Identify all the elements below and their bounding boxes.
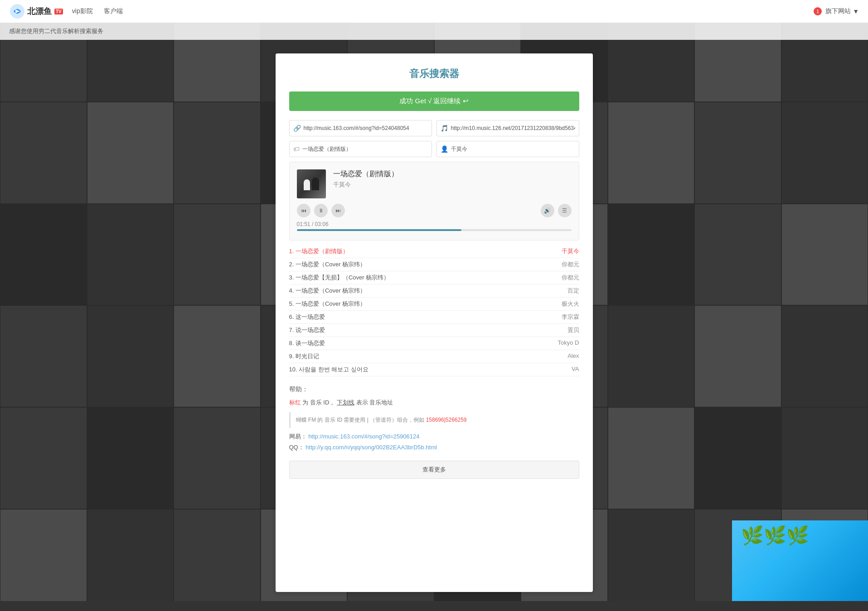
song-item-artist: Alex xyxy=(567,352,579,361)
song-item-name: 3. 一场恋爱【无损】（Cover 杨宗纬） xyxy=(289,274,390,282)
controls-right: 🔊 ☰ xyxy=(541,204,572,217)
help-section: 帮助： 标红 为 音乐 ID， 下划线 表示 音乐地址 蝴蝶 FM 的 音乐 I… xyxy=(289,385,579,452)
title-input-wrapper: 🏷 xyxy=(289,141,432,157)
person-icon: 👤 xyxy=(441,145,448,153)
netease-row: 网易： http://music.163.com/#/song?id=25906… xyxy=(289,433,579,441)
song-item[interactable]: 9. 时光日记 Alex xyxy=(289,350,579,363)
qq-row: QQ： http://y.qq.com/n/yqq/song/002B2EAA3… xyxy=(289,443,579,452)
help-suffix-text: 表示 音乐地址 xyxy=(356,399,393,406)
song-item-name: 8. 谈一场恋爱 xyxy=(289,339,325,347)
artist-input[interactable] xyxy=(451,146,575,152)
help-mid-text: 为 音乐 ID， xyxy=(302,399,335,406)
song-item[interactable]: 4. 一场恋爱（Cover 杨宗纬） 百定 xyxy=(289,284,579,298)
controls-left: ⏮ ⏸ ⏭ xyxy=(297,204,345,217)
song-item-name: 6. 这一场恋爱 xyxy=(289,313,325,321)
volume-button[interactable]: 🔊 xyxy=(541,204,554,217)
help-red-text: 标红 xyxy=(289,399,301,406)
nav-client[interactable]: 客户端 xyxy=(104,7,123,15)
song-item-name: 1. 一场恋爱（剧情版） xyxy=(289,247,349,255)
notice-bar: 感谢您使用穷二代音乐解析搜索服务 xyxy=(0,23,868,40)
song-item[interactable]: 3. 一场恋爱【无损】（Cover 杨宗纬） 你都元 xyxy=(289,271,579,284)
song-item-artist: 李宗霖 xyxy=(562,313,579,321)
tag-icon: 🏷 xyxy=(293,145,300,153)
song-item-artist: 百定 xyxy=(567,287,579,295)
header: 北漂鱼 TV vip影院 客户端 1 旗下网站 ▼ xyxy=(0,0,868,23)
netease-prefix: 网易： xyxy=(289,433,307,440)
song-item-name: 7. 说一场恋爱 xyxy=(289,326,325,334)
progress-section: 01:51 / 03:06 xyxy=(297,221,572,231)
song-item-artist: 置贝 xyxy=(567,326,579,334)
input-row-2: 🏷 👤 xyxy=(289,141,579,157)
song-item-name: 9. 时光日记 xyxy=(289,352,319,361)
song-item[interactable]: 5. 一场恋爱（Cover 杨宗纬） 极火火 xyxy=(289,298,579,311)
cover-figures xyxy=(304,178,319,190)
song-item[interactable]: 1. 一场恋爱（剧情版） 千莫今 xyxy=(289,245,579,258)
player-controls: ⏮ ⏸ ⏭ 🔊 ☰ xyxy=(297,204,572,217)
album-cover xyxy=(297,169,326,198)
chevron-down-icon: ▼ xyxy=(853,8,859,15)
song-item-name: 2. 一场恋爱（Cover 杨宗纬） xyxy=(289,260,366,269)
success-bar[interactable]: 成功 Get √ 返回继续 ↩ xyxy=(289,91,579,111)
artist-input-wrapper: 👤 xyxy=(436,141,579,157)
song-details: 一场恋爱（剧情版） 千莫今 xyxy=(333,169,572,189)
figure-male xyxy=(312,178,319,190)
music-icon: 🎵 xyxy=(441,125,448,132)
help-note: 蝴蝶 FM 的 音乐 ID 需要使用 | （管道符）组合，例如 158696|5… xyxy=(289,412,579,428)
notice-text: 感谢您使用穷二代音乐解析搜索服务 xyxy=(9,28,103,34)
footer: Powered by 穷二代 v1.2.6 © 2013-2017 xyxy=(0,601,868,611)
time-display: 01:51 / 03:06 xyxy=(297,221,572,227)
help-underline-text: 下划线 xyxy=(337,399,354,406)
content-wrapper: 音乐搜索器 成功 Get √ 返回继续 ↩ 🔗 🎵 🏷 👤 xyxy=(276,53,593,592)
netease-link[interactable]: http://music.163.com/#/song?id=25906124 xyxy=(308,433,419,440)
prev-button[interactable]: ⏮ xyxy=(297,204,310,217)
qq-prefix: QQ： xyxy=(289,444,304,451)
help-title: 帮助： xyxy=(289,385,579,394)
progress-bar[interactable] xyxy=(297,229,572,231)
song-item[interactable]: 6. 这一场恋爱 李宗霖 xyxy=(289,311,579,324)
notification-badge: 1 xyxy=(814,7,822,15)
song-artist: 千莫今 xyxy=(333,181,572,189)
note-example: 158696|5266259 xyxy=(426,417,467,423)
song-item-artist: Tokyo D xyxy=(558,339,579,347)
next-button[interactable]: ⏭ xyxy=(331,204,345,217)
time-total: 03:06 xyxy=(315,221,329,227)
title-input[interactable] xyxy=(302,146,428,152)
help-title-text: 帮助： xyxy=(289,385,308,393)
song-item-name: 5. 一场恋爱（Cover 杨宗纬） xyxy=(289,300,366,308)
qq-link[interactable]: http://y.qq.com/n/yqq/song/002B2EAA3brD5… xyxy=(305,444,437,451)
music-url-input[interactable] xyxy=(451,125,575,131)
help-text: 标红 为 音乐 ID， 下划线 表示 音乐地址 xyxy=(289,398,579,408)
song-list: 1. 一场恋爱（剧情版） 千莫今 2. 一场恋爱（Cover 杨宗纬） 你都元 … xyxy=(289,245,579,376)
time-separator: / xyxy=(312,221,315,227)
album-cover-image xyxy=(297,169,326,198)
song-item[interactable]: 2. 一场恋爱（Cover 杨宗纬） 你都元 xyxy=(289,258,579,271)
header-right: 1 旗下网站 ▼ xyxy=(814,7,859,15)
pause-button[interactable]: ⏸ xyxy=(314,204,328,217)
input-row-1: 🔗 🎵 xyxy=(289,120,579,136)
song-item-artist: 你都元 xyxy=(562,274,579,282)
player-info-row: 一场恋爱（剧情版） 千莫今 xyxy=(297,169,572,198)
song-item-artist: 你都元 xyxy=(562,260,579,269)
main-container: 音乐搜索器 成功 Get √ 返回继续 ↩ 🔗 🎵 🏷 👤 xyxy=(0,40,868,601)
time-current: 01:51 xyxy=(297,221,310,227)
see-more-button[interactable]: 查看更多 xyxy=(289,461,579,479)
song-item[interactable]: 8. 谈一场恋爱 Tokyo D xyxy=(289,337,579,350)
song-item[interactable]: 10. 사람을 한번 해보고 싶어요 VA xyxy=(289,363,579,376)
site-dropdown[interactable]: 旗下网站 ▼ xyxy=(825,7,859,15)
song-item[interactable]: 7. 说一场恋爱 置贝 xyxy=(289,324,579,337)
song-item-artist: 极火火 xyxy=(562,300,579,308)
playlist-button[interactable]: ☰ xyxy=(558,204,572,217)
song-item-artist: 千莫今 xyxy=(562,247,579,255)
logo[interactable]: 北漂鱼 TV xyxy=(9,3,63,19)
dropdown-label: 旗下网站 xyxy=(825,7,851,15)
nav-vip[interactable]: vip影院 xyxy=(72,7,93,15)
song-item-artist: VA xyxy=(572,366,579,374)
url-input-wrapper: 🔗 xyxy=(289,120,432,136)
note-text: 蝴蝶 FM 的 音乐 ID 需要使用 | （管道符）组合，例如 xyxy=(296,417,426,423)
song-title: 一场恋爱（剧情版） xyxy=(333,169,572,179)
page-title: 音乐搜索器 xyxy=(289,67,579,81)
logo-text: 北漂鱼 xyxy=(27,6,52,17)
url-input[interactable] xyxy=(304,125,428,131)
link-icon: 🔗 xyxy=(293,125,301,132)
player-section: 一场恋爱（剧情版） 千莫今 ⏮ ⏸ ⏭ 🔊 ☰ 01:51 / xyxy=(289,162,579,241)
